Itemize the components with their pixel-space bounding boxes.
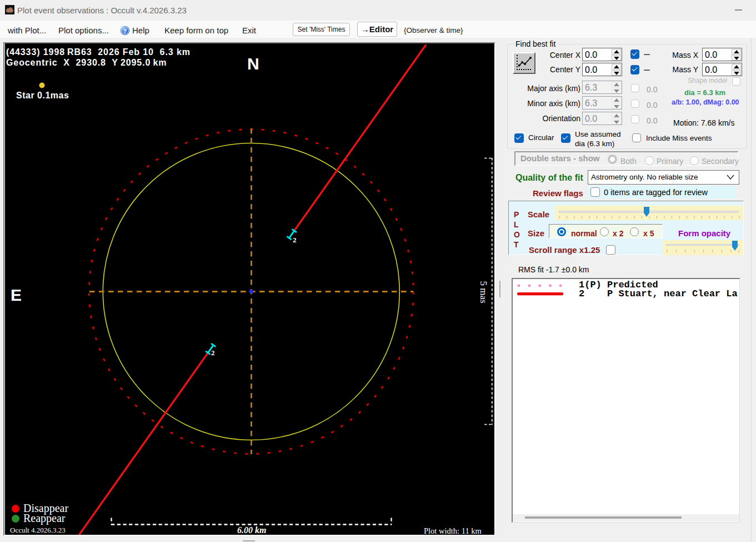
svg-text:?: ? bbox=[123, 27, 127, 35]
